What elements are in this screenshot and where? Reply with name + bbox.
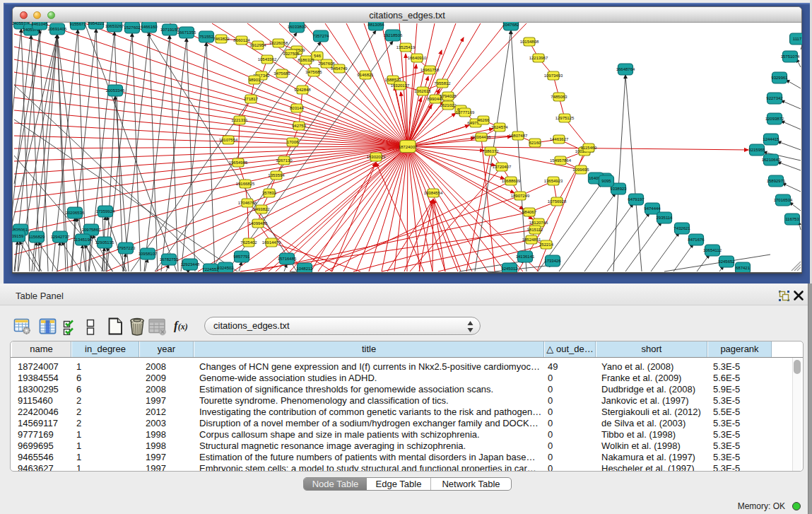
svg-text:14099485: 14099485 [249, 221, 268, 226]
svg-text:15892971: 15892971 [767, 179, 786, 183]
svg-text:12213967: 12213967 [529, 56, 548, 60]
svg-text:8954221: 8954221 [88, 22, 105, 25]
svg-text:9461045: 9461045 [31, 22, 48, 26]
svg-text:12923448: 12923448 [181, 262, 200, 267]
svg-text:3493822: 3493822 [253, 207, 270, 211]
svg-text:3475685: 3475685 [273, 71, 290, 76]
svg-text:13525419: 13525419 [396, 45, 416, 49]
svg-text:7955812: 7955812 [434, 81, 451, 86]
svg-text:154957864: 154957864 [550, 158, 572, 163]
svg-text:46266: 46266 [478, 118, 490, 122]
svg-text:10654112: 10654112 [703, 248, 722, 252]
svg-text:8454749: 8454749 [331, 66, 348, 71]
svg-text:9329961: 9329961 [771, 76, 788, 80]
svg-text:3215955: 3215955 [748, 148, 765, 152]
svg-text:1621022: 1621022 [440, 103, 457, 107]
svg-text:803144: 803144 [290, 106, 305, 110]
svg-text:9146821: 9146821 [357, 73, 374, 77]
svg-text:18120746: 18120746 [529, 221, 548, 225]
svg-text:16782759: 16782759 [160, 257, 179, 262]
svg-text:9115460: 9115460 [581, 146, 598, 150]
svg-text:3267130: 3267130 [276, 158, 293, 163]
svg-text:252214: 252214 [539, 243, 554, 247]
svg-text:9338923: 9338923 [610, 187, 627, 191]
svg-text:10973493: 10973493 [544, 74, 563, 78]
svg-text:6466160: 6466160 [141, 25, 158, 29]
svg-text:3624574: 3624574 [491, 125, 508, 129]
svg-text:9155671: 9155671 [69, 22, 86, 26]
svg-text:12975125: 12975125 [555, 116, 575, 120]
svg-text:9242848: 9242848 [294, 88, 311, 92]
svg-text:1353594: 1353594 [268, 173, 285, 177]
svg-text:984067: 984067 [522, 210, 537, 214]
svg-text:15716485: 15716485 [278, 257, 297, 261]
svg-text:16914479: 16914479 [262, 240, 281, 245]
svg-text:10154808: 10154808 [520, 40, 539, 44]
svg-text:357832: 357832 [262, 191, 277, 195]
svg-text:13720407: 13720407 [493, 165, 512, 169]
svg-text:942753: 942753 [292, 124, 307, 128]
svg-text:8813054: 8813054 [367, 23, 384, 27]
svg-text:20364436: 20364436 [472, 135, 491, 139]
svg-text:14463627: 14463627 [550, 137, 569, 141]
svg-text:16640910: 16640910 [408, 56, 427, 60]
svg-text:9794028: 9794028 [440, 94, 457, 98]
svg-text:12942737: 12942737 [51, 235, 70, 239]
svg-text:1117: 1117 [793, 37, 802, 41]
svg-text:1733426: 1733426 [544, 259, 561, 263]
svg-text:8660124: 8660124 [233, 38, 250, 42]
svg-text:3475685: 3475685 [305, 70, 322, 74]
svg-text:2047682: 2047682 [502, 23, 519, 27]
svg-text:98901: 98901 [249, 78, 261, 82]
svg-text:3912954: 3912954 [249, 43, 266, 47]
svg-text:6479197: 6479197 [628, 197, 645, 201]
svg-text:16033809: 16033809 [288, 25, 307, 29]
svg-text:271817: 271817 [244, 97, 259, 101]
svg-text:1156829: 1156829 [29, 235, 46, 239]
svg-text:7357274: 7357274 [312, 34, 329, 38]
svg-text:7432621: 7432621 [673, 226, 690, 230]
svg-text:16961758: 16961758 [420, 68, 440, 72]
svg-text:9327505: 9327505 [283, 52, 300, 56]
svg-text:19218506: 19218506 [384, 33, 403, 37]
svg-text:7625402: 7625402 [240, 240, 257, 245]
svg-text:1362615: 1362615 [414, 89, 431, 93]
svg-text:15302023: 15302023 [367, 155, 386, 159]
svg-text:17006: 17006 [287, 140, 299, 144]
svg-text:116753: 116753 [785, 217, 799, 221]
svg-text:16210643: 16210643 [762, 158, 781, 162]
svg-text:1815112: 1815112 [527, 228, 544, 232]
svg-text:17046766: 17046766 [238, 201, 257, 205]
svg-text:10958107: 10958107 [139, 252, 158, 256]
svg-text:15751074: 15751074 [781, 54, 800, 59]
svg-text:17359924: 17359924 [96, 209, 115, 214]
svg-text:10756928: 10756928 [548, 199, 567, 204]
svg-text:16671355: 16671355 [177, 30, 196, 35]
svg-text:9227342: 9227342 [766, 96, 783, 100]
svg-text:39159: 39159 [12, 234, 24, 238]
svg-text:751552: 751552 [199, 35, 214, 39]
svg-text:18724007: 18724007 [399, 145, 418, 149]
svg-text:10807487: 10807487 [509, 134, 528, 138]
svg-text:17016504: 17016504 [774, 198, 793, 202]
svg-text:11345194: 11345194 [73, 238, 93, 242]
svg-text:1099695: 1099695 [572, 168, 589, 172]
svg-text:9245652: 9245652 [718, 259, 735, 264]
svg-text:10543362: 10543362 [258, 57, 277, 62]
svg-text:7386372: 7386372 [482, 149, 499, 153]
svg-text:9474444: 9474444 [644, 206, 661, 211]
svg-text:20691406: 20691406 [48, 27, 67, 31]
svg-text:10653267: 10653267 [105, 24, 124, 28]
svg-text:8471676: 8471676 [688, 238, 705, 242]
svg-text:2935114: 2935114 [657, 216, 673, 220]
svg-text:8186323: 8186323 [298, 58, 314, 62]
svg-text:16320137: 16320137 [391, 83, 410, 88]
svg-text:16648764: 16648764 [616, 67, 635, 71]
svg-text:18907249: 18907249 [511, 194, 530, 198]
svg-text:19384554: 19384554 [424, 191, 443, 195]
svg-text:1048212: 1048212 [296, 267, 313, 271]
svg-text:9245012: 9245012 [501, 267, 518, 271]
svg-text:687421: 687421 [736, 266, 751, 270]
svg-text:20053346: 20053346 [106, 88, 125, 93]
svg-text:10107554: 10107554 [219, 138, 238, 142]
